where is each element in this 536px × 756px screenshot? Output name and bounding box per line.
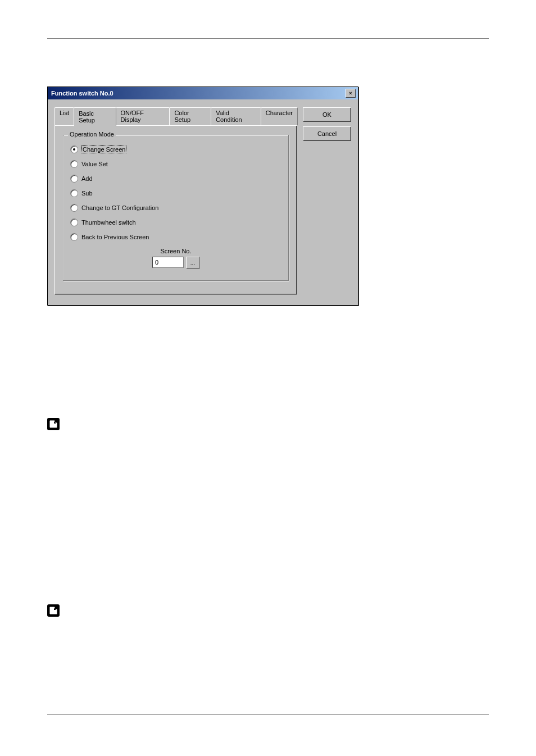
tab-list[interactable]: List (54, 107, 74, 125)
radio-label: Thumbwheel switch (81, 219, 136, 226)
tab-valid-condition[interactable]: Valid Condition (211, 107, 261, 125)
radio-indicator (70, 160, 78, 168)
tab-basic-setup[interactable]: Basic Setup (74, 107, 116, 126)
radio-label: Sub (81, 190, 93, 197)
function-switch-dialog: Function switch No.0 × List Basic Setup … (47, 86, 358, 306)
radio-change-screen[interactable]: Change Screen (70, 145, 281, 153)
radio-value-set[interactable]: Value Set (70, 160, 281, 168)
radio-indicator (70, 145, 78, 153)
operation-mode-group: Operation Mode Change Screen Value Set A… (63, 135, 289, 281)
note-icon (47, 418, 60, 430)
tabpanel-basic-setup: Operation Mode Change Screen Value Set A… (54, 125, 297, 295)
cancel-button[interactable]: Cancel (303, 126, 351, 141)
radio-add[interactable]: Add (70, 175, 281, 183)
screen-no-browse-button[interactable]: ... (186, 257, 199, 269)
screen-no-input[interactable] (152, 257, 184, 268)
tab-color-setup[interactable]: Color Setup (169, 107, 211, 125)
close-icon[interactable]: × (346, 89, 356, 98)
radio-label: Add (81, 175, 93, 182)
radio-label: Back to Previous Screen (81, 234, 149, 240)
horizontal-rule-bottom (47, 714, 489, 715)
radio-indicator (70, 218, 78, 226)
radio-indicator (70, 233, 78, 241)
dialog-title: Function switch No.0 (50, 90, 113, 97)
titlebar: Function switch No.0 × (48, 87, 358, 99)
horizontal-rule-top (47, 38, 489, 39)
radio-indicator (70, 189, 78, 197)
radio-sub[interactable]: Sub (70, 189, 281, 197)
tabstrip: List Basic Setup ON/OFF Display Color Se… (54, 107, 297, 125)
ok-button[interactable]: OK (303, 107, 351, 122)
radio-back-previous-screen[interactable]: Back to Previous Screen (70, 233, 281, 241)
note-icon (47, 604, 60, 617)
radio-label: Change Screen (81, 145, 126, 153)
radio-label: Change to GT Configuration (81, 204, 158, 211)
screen-no-label: Screen No. (70, 248, 281, 254)
radio-indicator (70, 204, 78, 212)
radio-indicator (70, 175, 78, 183)
tab-character[interactable]: Character (261, 107, 298, 125)
tab-onoff-display[interactable]: ON/OFF Display (116, 107, 170, 125)
radio-thumbwheel-switch[interactable]: Thumbwheel switch (70, 218, 281, 226)
radio-label: Value Set (81, 161, 108, 167)
dialog-body: List Basic Setup ON/OFF Display Color Se… (48, 99, 358, 305)
group-title: Operation Mode (68, 131, 116, 138)
radio-gt-configuration[interactable]: Change to GT Configuration (70, 204, 281, 212)
